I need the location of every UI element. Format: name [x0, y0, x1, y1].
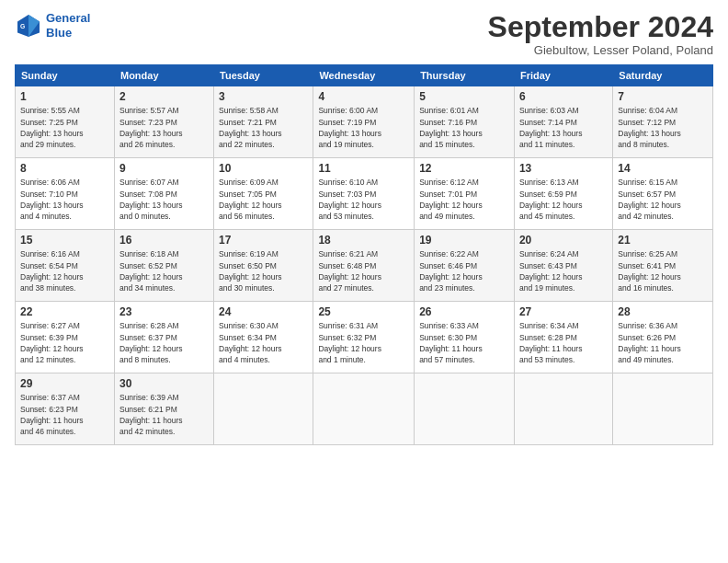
- calendar-cell: [415, 373, 515, 445]
- calendar-cell: 29 Sunrise: 6:37 AMSunset: 6:23 PMDaylig…: [16, 373, 115, 445]
- day-number: 19: [419, 234, 509, 247]
- calendar-cell: 4 Sunrise: 6:00 AMSunset: 7:19 PMDayligh…: [313, 86, 415, 158]
- day-detail: Sunrise: 6:39 AMSunset: 6:21 PMDaylight:…: [119, 393, 183, 436]
- day-number: 27: [519, 305, 608, 318]
- day-detail: Sunrise: 5:57 AMSunset: 7:23 PMDaylight:…: [119, 106, 183, 149]
- calendar-week-2: 8 Sunrise: 6:06 AMSunset: 7:10 PMDayligh…: [16, 158, 713, 230]
- svg-text:G: G: [20, 23, 25, 29]
- day-detail: Sunrise: 6:16 AMSunset: 6:54 PMDaylight:…: [20, 249, 84, 293]
- page: G General Blue September 2024 Giebultow,…: [0, 0, 728, 563]
- calendar-week-5: 29 Sunrise: 6:37 AMSunset: 6:23 PMDaylig…: [16, 373, 713, 445]
- calendar-cell: 17 Sunrise: 6:19 AMSunset: 6:50 PMDaylig…: [214, 230, 313, 302]
- day-detail: Sunrise: 6:10 AMSunset: 7:03 PMDaylight:…: [318, 178, 381, 221]
- day-detail: Sunrise: 6:15 AMSunset: 6:57 PMDaylight:…: [618, 178, 681, 221]
- calendar-cell: 19 Sunrise: 6:22 AMSunset: 6:46 PMDaylig…: [415, 230, 515, 302]
- day-number: 5: [419, 90, 509, 103]
- day-number: 11: [318, 162, 409, 175]
- day-number: 29: [20, 377, 109, 390]
- calendar-cell: 1 Sunrise: 5:55 AMSunset: 7:25 PMDayligh…: [16, 86, 115, 158]
- day-number: 28: [618, 305, 708, 318]
- location-subtitle: Giebultow, Lesser Poland, Poland: [488, 43, 713, 57]
- calendar-cell: 12 Sunrise: 6:12 AMSunset: 7:01 PMDaylig…: [415, 158, 515, 230]
- day-detail: Sunrise: 6:00 AMSunset: 7:19 PMDaylight:…: [318, 106, 381, 149]
- day-detail: Sunrise: 6:04 AMSunset: 7:12 PMDaylight:…: [618, 106, 681, 149]
- day-number: 9: [119, 162, 209, 175]
- calendar-cell: 8 Sunrise: 6:06 AMSunset: 7:10 PMDayligh…: [16, 158, 115, 230]
- calendar-cell: 22 Sunrise: 6:27 AMSunset: 6:39 PMDaylig…: [16, 302, 115, 373]
- day-number: 25: [318, 305, 409, 318]
- calendar-cell: 26 Sunrise: 6:33 AMSunset: 6:30 PMDaylig…: [415, 302, 515, 373]
- calendar-table: Sunday Monday Tuesday Wednesday Thursday…: [15, 64, 713, 445]
- calendar-cell: [514, 373, 612, 445]
- day-detail: Sunrise: 6:03 AMSunset: 7:14 PMDaylight:…: [519, 106, 583, 149]
- day-detail: Sunrise: 6:22 AMSunset: 6:46 PMDaylight:…: [419, 249, 483, 293]
- title-block: September 2024 Giebultow, Lesser Poland,…: [488, 11, 713, 57]
- day-detail: Sunrise: 6:36 AMSunset: 6:26 PMDaylight:…: [618, 321, 681, 364]
- day-detail: Sunrise: 6:34 AMSunset: 6:28 PMDaylight:…: [519, 321, 583, 364]
- day-detail: Sunrise: 6:30 AMSunset: 6:34 PMDaylight:…: [219, 321, 282, 364]
- calendar-cell: 25 Sunrise: 6:31 AMSunset: 6:32 PMDaylig…: [313, 302, 415, 373]
- day-detail: Sunrise: 6:37 AMSunset: 6:23 PMDaylight:…: [20, 393, 84, 436]
- day-detail: Sunrise: 6:27 AMSunset: 6:39 PMDaylight:…: [20, 321, 84, 364]
- calendar-cell: 13 Sunrise: 6:13 AMSunset: 6:59 PMDaylig…: [514, 158, 612, 230]
- day-number: 26: [419, 305, 509, 318]
- calendar-cell: 18 Sunrise: 6:21 AMSunset: 6:48 PMDaylig…: [313, 230, 415, 302]
- day-number: 2: [119, 90, 209, 103]
- calendar-cell: [613, 373, 713, 445]
- day-detail: Sunrise: 6:13 AMSunset: 6:59 PMDaylight:…: [519, 178, 583, 221]
- calendar-cell: 11 Sunrise: 6:10 AMSunset: 7:03 PMDaylig…: [313, 158, 415, 230]
- day-number: 4: [318, 90, 409, 103]
- day-number: 6: [519, 90, 608, 103]
- header-wednesday: Wednesday: [313, 65, 415, 86]
- day-number: 10: [219, 162, 308, 175]
- calendar-cell: 5 Sunrise: 6:01 AMSunset: 7:16 PMDayligh…: [415, 86, 515, 158]
- calendar-cell: 27 Sunrise: 6:34 AMSunset: 6:28 PMDaylig…: [514, 302, 612, 373]
- day-detail: Sunrise: 6:25 AMSunset: 6:41 PMDaylight:…: [618, 249, 681, 293]
- calendar-week-1: 1 Sunrise: 5:55 AMSunset: 7:25 PMDayligh…: [16, 86, 713, 158]
- calendar-cell: 14 Sunrise: 6:15 AMSunset: 6:57 PMDaylig…: [613, 158, 713, 230]
- day-number: 15: [20, 234, 109, 247]
- day-number: 23: [119, 305, 209, 318]
- header: G General Blue September 2024 Giebultow,…: [15, 11, 713, 57]
- logo-blue: Blue: [46, 26, 72, 40]
- day-detail: Sunrise: 6:06 AMSunset: 7:10 PMDaylight:…: [20, 178, 84, 221]
- calendar-cell: 20 Sunrise: 6:24 AMSunset: 6:43 PMDaylig…: [514, 230, 612, 302]
- calendar-cell: [313, 373, 415, 445]
- calendar-cell: 7 Sunrise: 6:04 AMSunset: 7:12 PMDayligh…: [613, 86, 713, 158]
- day-number: 7: [618, 90, 708, 103]
- day-detail: Sunrise: 6:12 AMSunset: 7:01 PMDaylight:…: [419, 178, 483, 221]
- header-thursday: Thursday: [415, 65, 515, 86]
- day-number: 22: [20, 305, 109, 318]
- header-monday: Monday: [114, 65, 213, 86]
- day-detail: Sunrise: 6:28 AMSunset: 6:37 PMDaylight:…: [119, 321, 183, 364]
- day-number: 16: [119, 234, 209, 247]
- day-detail: Sunrise: 6:01 AMSunset: 7:16 PMDaylight:…: [419, 106, 483, 149]
- day-number: 18: [318, 234, 409, 247]
- day-detail: Sunrise: 6:21 AMSunset: 6:48 PMDaylight:…: [318, 249, 381, 293]
- logo-text: General Blue: [46, 11, 90, 40]
- day-detail: Sunrise: 6:09 AMSunset: 7:05 PMDaylight:…: [219, 178, 282, 221]
- calendar-header-row: Sunday Monday Tuesday Wednesday Thursday…: [16, 65, 713, 86]
- calendar-cell: 23 Sunrise: 6:28 AMSunset: 6:37 PMDaylig…: [114, 302, 213, 373]
- day-number: 13: [519, 162, 608, 175]
- calendar-cell: 9 Sunrise: 6:07 AMSunset: 7:08 PMDayligh…: [114, 158, 213, 230]
- day-detail: Sunrise: 6:24 AMSunset: 6:43 PMDaylight:…: [519, 249, 583, 293]
- header-tuesday: Tuesday: [214, 65, 313, 86]
- day-detail: Sunrise: 6:19 AMSunset: 6:50 PMDaylight:…: [219, 249, 282, 293]
- logo-icon: G: [15, 12, 42, 40]
- day-detail: Sunrise: 6:33 AMSunset: 6:30 PMDaylight:…: [419, 321, 483, 364]
- day-detail: Sunrise: 6:18 AMSunset: 6:52 PMDaylight:…: [119, 249, 183, 293]
- day-detail: Sunrise: 6:07 AMSunset: 7:08 PMDaylight:…: [119, 178, 183, 221]
- calendar-cell: 30 Sunrise: 6:39 AMSunset: 6:21 PMDaylig…: [114, 373, 213, 445]
- header-sunday: Sunday: [16, 65, 115, 86]
- calendar-cell: 21 Sunrise: 6:25 AMSunset: 6:41 PMDaylig…: [613, 230, 713, 302]
- calendar-cell: 15 Sunrise: 6:16 AMSunset: 6:54 PMDaylig…: [16, 230, 115, 302]
- calendar-cell: 10 Sunrise: 6:09 AMSunset: 7:05 PMDaylig…: [214, 158, 313, 230]
- day-number: 12: [419, 162, 509, 175]
- calendar-cell: [214, 373, 313, 445]
- calendar-cell: 28 Sunrise: 6:36 AMSunset: 6:26 PMDaylig…: [613, 302, 713, 373]
- day-number: 17: [219, 234, 308, 247]
- day-number: 14: [618, 162, 708, 175]
- day-number: 1: [20, 90, 109, 103]
- calendar-cell: 2 Sunrise: 5:57 AMSunset: 7:23 PMDayligh…: [114, 86, 213, 158]
